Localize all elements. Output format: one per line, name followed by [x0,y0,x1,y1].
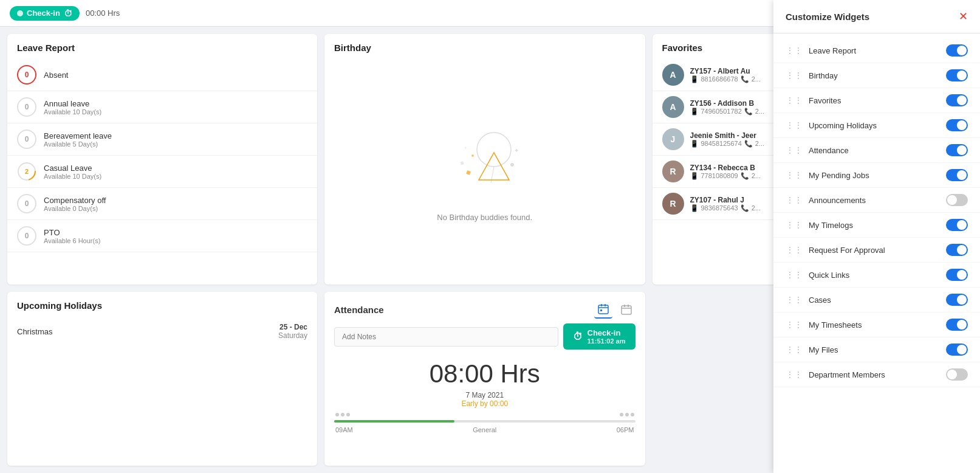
timeline-labels: 09AM General 06PM [334,426,636,433]
checkin-action-label: Check-in [588,328,621,337]
toggle-my-timesheets[interactable] [946,319,968,331]
checkin-action-icon: ⏱ [573,331,583,342]
attendance-card: Attendance [324,292,645,466]
leave-badge-pto: 0 [17,226,36,246]
drag-handle-icon[interactable]: ⋮⋮ [786,370,803,379]
tl-dot-left [335,413,350,416]
customize-widgets-close[interactable]: ✕ [959,10,968,23]
timeline-end: 06PM [617,426,634,433]
svg-point-7 [471,154,474,157]
toggle-favorites[interactable] [946,94,968,106]
drag-handle-icon[interactable]: ⋮⋮ [786,345,803,354]
toggle-my-timelogs[interactable] [946,219,968,231]
toggle-request-for-approval[interactable] [946,244,968,256]
casual-num: 2 [25,168,29,175]
leave-item-casual: 2 Casual Leave Available 10 Day(s) [7,156,317,188]
cw-item-left: ⋮⋮ My Files [786,345,838,354]
cw-item-quick-links: ⋮⋮ Quick Links [773,263,980,288]
svg-point-2 [477,133,511,167]
cw-item-my-pending-jobs: ⋮⋮ My Pending Jobs [773,163,980,188]
toggle-cases[interactable] [946,294,968,306]
toggle-my-files[interactable] [946,344,968,356]
birthday-title: Birthday [324,34,645,59]
phone2-num: 2... [755,140,764,147]
toggle-attendance[interactable] [946,144,968,156]
svg-text:✦: ✦ [514,147,519,154]
drag-handle-icon[interactable]: ⋮⋮ [786,170,803,180]
leave-badge-bereavement: 0 [17,129,36,149]
cw-item-my-timesheets: ⋮⋮ My Timesheets [773,312,980,337]
customize-widgets-header: Customize Widgets ✕ [773,0,980,33]
cw-item-left: ⋮⋮ Birthday [786,71,838,80]
drag-handle-icon[interactable]: ⋮⋮ [786,46,803,55]
attendance-calendar-icon[interactable] [617,300,636,319]
leave-avail-annual: Available 10 Day(s) [44,108,307,116]
cw-item-birthday: ⋮⋮ Birthday [773,63,980,88]
toggle-birthday[interactable] [946,69,968,81]
drag-handle-icon[interactable]: ⋮⋮ [786,245,803,255]
svg-rect-5 [460,161,464,165]
cw-item-announcements: ⋮⋮ Announcements [773,188,980,213]
phone2-num: 2... [752,172,761,179]
holiday-date: 25 - Dec Saturday [278,323,307,340]
cw-label: My Timesheets [809,320,862,330]
toggle-upcoming-holidays[interactable] [946,119,968,131]
drag-handle-icon[interactable]: ⋮⋮ [786,320,803,330]
cw-item-my-timelogs: ⋮⋮ My Timelogs [773,213,980,238]
early-text: Early by 00:00 [324,399,645,408]
leave-item-pto: 0 PTO Available 6 Hour(s) [7,220,317,252]
upcoming-holidays-title: Upcoming Holidays [7,292,317,317]
drag-handle-icon[interactable]: ⋮⋮ [786,220,803,230]
timeline-start: 09AM [335,426,353,433]
birthday-empty: ✦ ✦ No Birthday buddies found. [324,59,645,285]
checkin-badge[interactable]: Check-in ⏱ [10,6,80,21]
checkin-action-button[interactable]: ⏱ Check-in 11:51:02 am [563,323,636,350]
phone2-icon: 📞 [741,204,749,212]
cw-item-left: ⋮⋮ Quick Links [786,270,849,280]
cw-item-left: ⋮⋮ Attendance [786,145,849,155]
leave-badge-compensatory: 0 [17,194,36,213]
cw-item-left: ⋮⋮ My Pending Jobs [786,170,869,180]
drag-handle-icon[interactable]: ⋮⋮ [786,120,803,130]
leave-avail-compensatory: Available 0 Day(s) [44,205,307,212]
cw-item-attendance: ⋮⋮ Attendance [773,138,980,163]
phone-icon: 📱 [690,172,699,180]
topbar-hours: 00:00 Hrs [86,9,120,18]
svg-rect-14 [622,306,631,314]
leave-name-annual: Annual leave [44,99,307,108]
drag-handle-icon[interactable]: ⋮⋮ [786,95,803,105]
toggle-announcements[interactable] [946,194,968,206]
drag-handle-icon[interactable]: ⋮⋮ [786,195,803,205]
cw-item-left: ⋮⋮ Upcoming Holidays [786,120,877,130]
leave-item-compensatory: 0 Compensatory off Available 0 Day(s) [7,188,317,220]
leave-report-card: Leave Report 0 Absent 0 Annual leave Ava… [7,34,317,285]
customize-widgets-list: ⋮⋮ Leave Report ⋮⋮ Birthday ⋮⋮ Favorites… [773,33,980,473]
checkin-dot [17,10,23,16]
cw-item-left: ⋮⋮ My Timesheets [786,320,862,330]
svg-rect-11 [601,304,602,306]
drag-handle-icon[interactable]: ⋮⋮ [786,270,803,280]
holiday-date-main: 25 - Dec [278,323,307,331]
attendance-date: 7 May 2021 [324,391,645,399]
leave-report-title: Leave Report [7,34,317,59]
attendance-calendar-active-icon[interactable] [594,300,612,319]
svg-rect-15 [624,305,625,307]
drag-handle-icon[interactable]: ⋮⋮ [786,145,803,155]
phone2-icon: 📞 [741,75,749,83]
cw-label: My Timelogs [809,221,853,230]
notes-input[interactable] [334,327,558,347]
topbar-left: Check-in ⏱ 00:00 Hrs [10,6,120,21]
toggle-leave-report[interactable] [946,44,968,57]
cw-item-request-for-approval: ⋮⋮ Request For Approval [773,238,980,263]
cw-item-leave-report: ⋮⋮ Leave Report [773,38,980,63]
cw-label: Attendance [809,146,849,155]
phone-icon: 📱 [690,204,699,212]
cw-label: Department Members [809,370,885,379]
toggle-quick-links[interactable] [946,269,968,281]
drag-handle-icon[interactable]: ⋮⋮ [786,295,803,305]
phone2-icon: 📞 [741,172,749,180]
leave-info-annual: Annual leave Available 10 Day(s) [44,99,307,116]
toggle-my-pending-jobs[interactable] [946,169,968,181]
drag-handle-icon[interactable]: ⋮⋮ [786,71,803,80]
toggle-department-members[interactable] [946,368,968,381]
